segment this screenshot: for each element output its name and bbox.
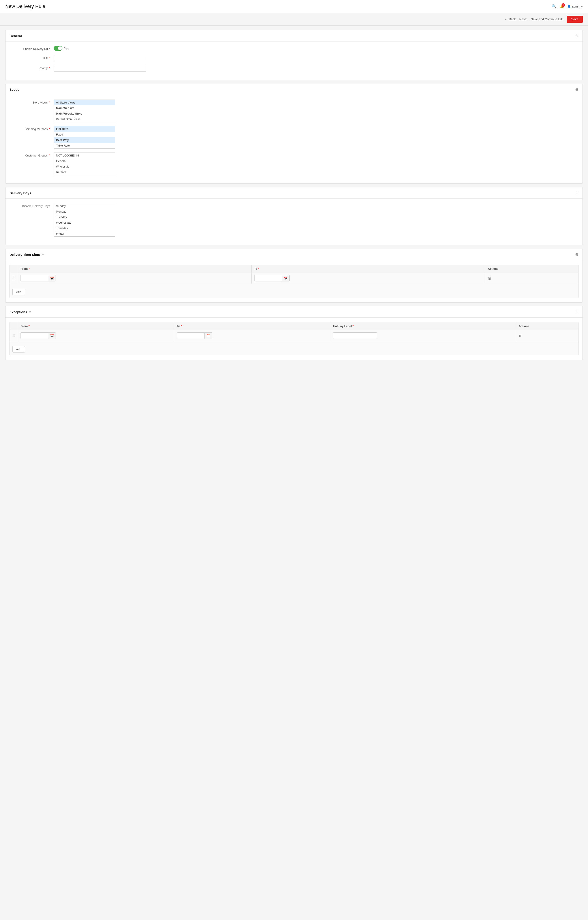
timeslots-header-row: From * To * Actions	[10, 265, 578, 273]
exceptions-section-body: From * To * Holiday Label *	[5, 317, 583, 360]
priority-required-star: *	[49, 66, 50, 70]
timeslots-to-calendar-icon[interactable]: 📅	[282, 275, 289, 281]
store-views-field: Store Views * All Store Views Main Websi…	[10, 100, 578, 122]
shipping-method-flat-rate[interactable]: Flat Rate	[54, 126, 115, 132]
timeslots-add-button[interactable]: Add	[12, 289, 25, 295]
exceptions-section-header[interactable]: Exceptions ✏ ⊖	[5, 306, 583, 317]
exceptions-add-button[interactable]: Add	[12, 346, 25, 353]
save-continue-button[interactable]: Save and Continue Edit	[531, 18, 563, 21]
priority-field: Priority *	[10, 65, 578, 71]
store-view-option-default[interactable]: Default Store View	[54, 116, 115, 122]
timeslots-delete-button[interactable]: 🗑	[488, 276, 491, 280]
day-sunday[interactable]: Sunday	[54, 203, 115, 209]
exceptions-edit-icon[interactable]: ✏	[29, 310, 32, 314]
exceptions-from-input[interactable]	[21, 333, 48, 339]
delivery-time-slots-edit-icon[interactable]: ✏	[42, 253, 44, 256]
exceptions-add-row: Add	[10, 341, 578, 355]
title-input[interactable]	[53, 55, 146, 61]
disable-delivery-days-field: Disable Delivery Days Sunday Monday Tues…	[10, 203, 578, 236]
customer-group-not-logged-in[interactable]: NOT LOGGED IN	[54, 153, 115, 158]
exceptions-delete-button[interactable]: 🗑	[519, 334, 522, 338]
enable-delivery-rule-label: Enable Delivery Rule	[10, 46, 53, 50]
customer-group-retailer[interactable]: Retailer	[54, 169, 115, 175]
scope-section-title: Scope	[10, 87, 19, 91]
exceptions-collapse-icon[interactable]: ⊖	[575, 309, 578, 314]
delivery-days-section: Delivery Days ⊖ Disable Delivery Days Su…	[5, 187, 583, 245]
scope-collapse-icon[interactable]: ⊖	[575, 87, 578, 92]
customer-group-wholesale[interactable]: Wholesale	[54, 164, 115, 169]
shipping-methods-field: Shipping Methods * Flat Rate Fixed Best …	[10, 126, 578, 149]
exceptions-to-input[interactable]	[177, 333, 204, 339]
timeslots-drag-handle[interactable]: ⠿	[12, 276, 15, 280]
back-button[interactable]: ← Back	[504, 18, 516, 21]
exceptions-drag-header	[10, 322, 18, 330]
notification-badge[interactable]: 🔔 1	[560, 5, 564, 8]
day-thursday[interactable]: Thursday	[54, 225, 115, 231]
admin-user-menu[interactable]: 👤 admin ▾	[567, 5, 583, 8]
page-header: New Delivery Rule 🔍 🔔 1 👤 admin ▾	[0, 0, 588, 13]
customer-groups-control: NOT LOGGED IN General Wholesale Retailer	[53, 152, 578, 175]
timeslots-from-input-group: 📅	[21, 275, 56, 282]
shipping-method-table-rate[interactable]: Table Rate	[54, 143, 115, 148]
delivery-time-slots-collapse-icon[interactable]: ⊖	[575, 252, 578, 257]
title-field: Title *	[10, 55, 578, 61]
customer-groups-select[interactable]: NOT LOGGED IN General Wholesale Retailer	[53, 152, 115, 175]
exceptions-holiday-input[interactable]	[333, 332, 377, 339]
general-section-body: Enable Delivery Rule Yes Title *	[5, 42, 583, 80]
timeslots-from-calendar-icon[interactable]: 📅	[48, 275, 56, 281]
day-tuesday[interactable]: Tuesday	[54, 214, 115, 220]
arrow-left-icon: ←	[504, 18, 507, 21]
title-control	[53, 55, 578, 61]
disable-days-select[interactable]: Sunday Monday Tuesday Wednesday Thursday…	[53, 203, 115, 236]
timeslots-to-input[interactable]	[255, 275, 282, 281]
general-section-title: General	[10, 34, 22, 38]
day-monday[interactable]: Monday	[54, 209, 115, 214]
save-button[interactable]: Save	[567, 16, 583, 23]
customer-group-general[interactable]: General	[54, 158, 115, 164]
delivery-time-slots-section: Delivery Time Slots ✏ ⊖ From *	[5, 249, 583, 303]
scope-section-header[interactable]: Scope ⊖	[5, 84, 583, 95]
shipping-methods-control: Flat Rate Fixed Best Way Table Rate	[53, 126, 578, 149]
shipping-methods-label: Shipping Methods *	[10, 126, 53, 131]
shipping-method-fixed[interactable]: Fixed	[54, 132, 115, 137]
timeslots-from-input[interactable]	[21, 275, 48, 281]
delivery-time-slots-title: Delivery Time Slots	[10, 253, 40, 256]
general-section: General ⊖ Enable Delivery Rule Yes	[5, 30, 583, 80]
delivery-days-section-header[interactable]: Delivery Days ⊖	[5, 187, 583, 199]
exceptions-from-input-group: 📅	[21, 332, 56, 339]
exceptions-to-header: To *	[174, 322, 330, 330]
toggle-switch: Yes	[53, 46, 578, 51]
exceptions-from-calendar-icon[interactable]: 📅	[48, 333, 56, 339]
exceptions-holiday-label-header: Holiday Label *	[330, 322, 516, 330]
delivery-days-section-title: Delivery Days	[10, 191, 31, 195]
store-view-option-all[interactable]: All Store Views	[54, 100, 115, 105]
exceptions-drag-handle[interactable]: ⠿	[12, 334, 15, 337]
priority-input[interactable]	[53, 65, 146, 71]
day-friday[interactable]: Friday	[54, 231, 115, 236]
general-collapse-icon[interactable]: ⊖	[575, 33, 578, 38]
store-views-select[interactable]: All Store Views Main Website Main Websit…	[53, 100, 115, 122]
general-section-header[interactable]: General ⊖	[5, 30, 583, 42]
shipping-methods-select[interactable]: Flat Rate Fixed Best Way Table Rate	[53, 126, 115, 149]
customer-groups-label: Customer Groups *	[10, 152, 53, 157]
timeslots-add-row: Add	[10, 284, 578, 298]
day-wednesday[interactable]: Wednesday	[54, 220, 115, 225]
exceptions-drag-cell: ⠿	[10, 330, 18, 341]
timeslots-actions-cell: 🗑	[485, 273, 578, 284]
timeslots-to-cell: 📅	[252, 273, 485, 284]
store-view-option-main-website[interactable]: Main Website	[54, 105, 115, 111]
customer-groups-required-star: *	[49, 154, 50, 157]
exceptions-to-calendar-icon[interactable]: 📅	[204, 333, 212, 339]
delivery-time-slots-header[interactable]: Delivery Time Slots ✏ ⊖	[5, 249, 583, 260]
exceptions-title-group: Exceptions ✏	[10, 310, 32, 314]
search-icon[interactable]: 🔍	[552, 4, 556, 9]
store-view-option-main-website-store[interactable]: Main Website Store	[54, 111, 115, 116]
shipping-methods-required-star: *	[49, 127, 50, 131]
delivery-time-slots-table: From * To * Actions	[10, 265, 578, 284]
exceptions-from-cell: 📅	[18, 330, 174, 341]
delivery-days-collapse-icon[interactable]: ⊖	[575, 191, 578, 195]
shipping-method-best-way[interactable]: Best Way	[54, 137, 115, 143]
disable-delivery-days-control: Sunday Monday Tuesday Wednesday Thursday…	[53, 203, 578, 236]
enable-toggle[interactable]	[53, 46, 62, 51]
reset-button[interactable]: Reset	[519, 18, 527, 21]
